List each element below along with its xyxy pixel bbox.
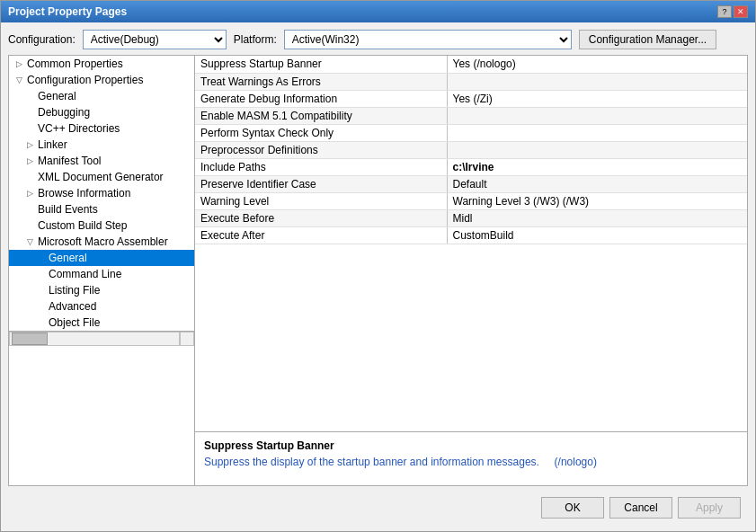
tree-item-label: Build Events [38,203,98,216]
info-desc: Suppress the display of the startup bann… [204,456,738,468]
table-row[interactable]: Suppress Startup BannerYes (/nologo) [195,56,747,73]
table-row[interactable]: Enable MASM 5.1 Compatibility [195,107,747,124]
close-button[interactable]: ✕ [734,5,748,18]
table-row[interactable]: Preprocessor Definitions [195,141,747,158]
tree-item-label: Microsoft Macro Assembler [38,235,168,248]
tree-item[interactable]: Listing File [9,282,194,298]
scroll-corner [180,332,194,346]
tree-item-label: Common Properties [27,58,123,70]
tree-item[interactable]: General [9,88,194,104]
help-button[interactable]: ? [717,5,732,18]
expand-icon[interactable]: ▽ [16,75,25,84]
table-row[interactable]: Include Pathsc:\Irvine [195,158,747,175]
config-label: Configuration: [8,33,76,46]
dialog-content: Configuration: Active(Debug) Platform: A… [1,22,755,531]
dialog-title: Project Property Pages [8,5,127,18]
dialog-window: Project Property Pages ? ✕ Configuration… [0,0,756,532]
prop-value: c:\Irvine [447,158,747,175]
bottom-bar: OK Cancel Apply [8,492,748,524]
prop-name: Execute Before [195,209,447,226]
prop-value [447,124,747,141]
cancel-button[interactable]: Cancel [609,497,672,519]
config-select[interactable]: Active(Debug) [83,30,227,49]
tree-item[interactable]: Object File [9,315,194,331]
tree-item[interactable]: VC++ Directories [9,120,194,137]
tree-item-label: XML Document Generator [38,171,164,183]
tree-item-label: Configuration Properties [27,74,143,86]
tree-item[interactable]: General [9,250,194,266]
tree-item[interactable]: ▽Configuration Properties [9,72,194,88]
tree-item[interactable]: ▷Linker [9,137,194,153]
tree-item-label: Linker [38,138,67,151]
ok-button[interactable]: OK [541,497,604,519]
tree-item-label: Debugging [38,106,90,119]
expand-icon[interactable]: ▽ [27,237,36,246]
tree-item[interactable]: Debugging [9,104,194,120]
expand-icon[interactable]: ▷ [27,189,36,198]
prop-name: Suppress Startup Banner [195,56,447,73]
platform-label: Platform: [234,33,277,46]
tree-panel: ▷Common Properties▽Configuration Propert… [9,56,195,331]
prop-value: Midl [447,209,747,226]
tree-item[interactable]: Advanced [9,298,194,315]
tree-item-label: Object File [49,316,100,329]
info-flag: (/nologo) [555,456,597,468]
platform-select[interactable]: Active(Win32) [284,30,572,49]
config-manager-button[interactable]: Configuration Manager... [579,30,716,49]
tree-item[interactable]: Command Line [9,266,194,282]
tree-item[interactable]: ▽Microsoft Macro Assembler [9,234,194,250]
config-row: Configuration: Active(Debug) Platform: A… [8,30,748,49]
table-row[interactable]: Execute AfterCustomBuild [195,226,747,244]
table-row[interactable]: Treat Warnings As Errors [195,73,747,90]
prop-table-area: Suppress Startup BannerYes (/nologo)Trea… [195,56,747,431]
info-title: Suppress Startup Banner [204,439,738,452]
apply-button[interactable]: Apply [678,497,741,519]
tree-item[interactable]: XML Document Generator [9,169,194,185]
prop-name: Execute After [195,226,447,244]
prop-name: Warning Level [195,192,447,209]
expand-icon[interactable]: ▷ [16,59,25,68]
tree-item[interactable]: ▷Browse Information [9,185,194,201]
table-row[interactable]: Generate Debug InformationYes (/Zi) [195,90,747,107]
table-row[interactable]: Execute BeforeMidl [195,209,747,226]
tree-item-label: Browse Information [38,187,130,200]
expand-icon[interactable]: ▷ [27,140,36,149]
tree-item-label: Listing File [49,284,100,297]
prop-value [447,107,747,124]
tree-item[interactable]: Build Events [9,201,194,217]
prop-value: Default [447,175,747,192]
title-bar-controls: ? ✕ [717,5,748,18]
prop-name: Generate Debug Information [195,90,447,107]
prop-value [447,73,747,90]
prop-name: Enable MASM 5.1 Compatibility [195,107,447,124]
table-row[interactable]: Warning LevelWarning Level 3 (/W3) (/W3) [195,192,747,209]
prop-value [447,141,747,158]
prop-value: Yes (/Zi) [447,90,747,107]
tree-item[interactable]: ▷Manifest Tool [9,153,194,169]
prop-value: Warning Level 3 (/W3) (/W3) [447,192,747,209]
prop-value: Yes (/nologo) [447,56,747,73]
tree-item[interactable]: Custom Build Step [9,217,194,234]
tree-item[interactable]: ▷Common Properties [9,56,194,72]
prop-name: Preserve Identifier Case [195,175,447,192]
prop-name: Treat Warnings As Errors [195,73,447,90]
info-desc-text: Suppress the display of the startup bann… [204,456,539,468]
tree-item-label: Custom Build Step [38,219,127,232]
title-bar: Project Property Pages ? ✕ [1,1,755,22]
h-scroll-track[interactable] [9,332,180,346]
expand-icon[interactable]: ▷ [27,156,36,165]
tree-scrollbar[interactable] [9,331,194,345]
prop-table: Suppress Startup BannerYes (/nologo)Trea… [195,56,747,244]
main-area: ▷Common Properties▽Configuration Propert… [8,55,748,486]
tree-item-label: Advanced [49,300,96,313]
tree-item-label: General [38,90,76,102]
table-row[interactable]: Perform Syntax Check Only [195,124,747,141]
h-scroll-thumb[interactable] [12,332,48,345]
info-panel: Suppress Startup Banner Suppress the dis… [195,431,747,485]
tree-item-label: Manifest Tool [38,155,101,167]
tree-item-label: General [49,252,87,264]
tree-item-label: Command Line [49,268,121,280]
table-row[interactable]: Preserve Identifier CaseDefault [195,175,747,192]
prop-name: Perform Syntax Check Only [195,124,447,141]
prop-name: Preprocessor Definitions [195,141,447,158]
